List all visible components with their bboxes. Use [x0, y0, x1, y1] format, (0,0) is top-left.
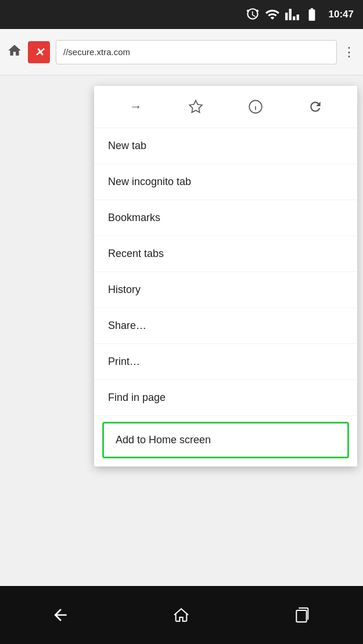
menu-item-new-tab[interactable]: New tab	[94, 128, 357, 164]
nav-bar	[0, 586, 363, 644]
reload-button[interactable]	[303, 94, 328, 120]
svg-marker-0	[189, 100, 202, 113]
svg-rect-4	[296, 610, 306, 622]
dropdown-menu: → New tab New incognito tab Bookmarks Re…	[94, 86, 357, 466]
menu-item-print[interactable]: Print…	[94, 344, 357, 380]
browser-bar: ✕ //secure.xtra.com ⋮	[0, 29, 363, 75]
menu-item-incognito[interactable]: New incognito tab	[94, 164, 357, 200]
menu-icon-row: →	[94, 86, 357, 128]
menu-item-recent-tabs[interactable]: Recent tabs	[94, 236, 357, 272]
status-icons	[245, 7, 319, 22]
info-button[interactable]	[243, 94, 268, 120]
wifi-icon	[265, 7, 280, 22]
android-home-button[interactable]	[172, 606, 191, 624]
menu-item-find-in-page[interactable]: Find in page	[94, 380, 357, 416]
favicon: ✕	[28, 41, 50, 63]
status-time: 10:47	[329, 9, 354, 20]
url-bar[interactable]: //secure.xtra.com	[56, 40, 337, 64]
recents-button[interactable]	[293, 606, 312, 624]
bookmark-button[interactable]	[183, 94, 209, 120]
signal-icon	[285, 7, 300, 22]
menu-item-history[interactable]: History	[94, 272, 357, 308]
more-menu-button[interactable]: ⋮	[343, 45, 356, 60]
menu-item-share[interactable]: Share…	[94, 308, 357, 344]
back-button[interactable]	[51, 606, 70, 624]
menu-item-add-to-home[interactable]: Add to Home screen	[102, 422, 349, 458]
status-bar: 10:47	[0, 0, 363, 29]
menu-item-bookmarks[interactable]: Bookmarks	[94, 200, 357, 236]
alarm-icon	[245, 7, 260, 22]
url-text: //secure.xtra.com	[63, 47, 130, 57]
battery-icon	[304, 7, 319, 22]
home-button[interactable]	[7, 43, 22, 61]
forward-button[interactable]: →	[123, 94, 149, 120]
